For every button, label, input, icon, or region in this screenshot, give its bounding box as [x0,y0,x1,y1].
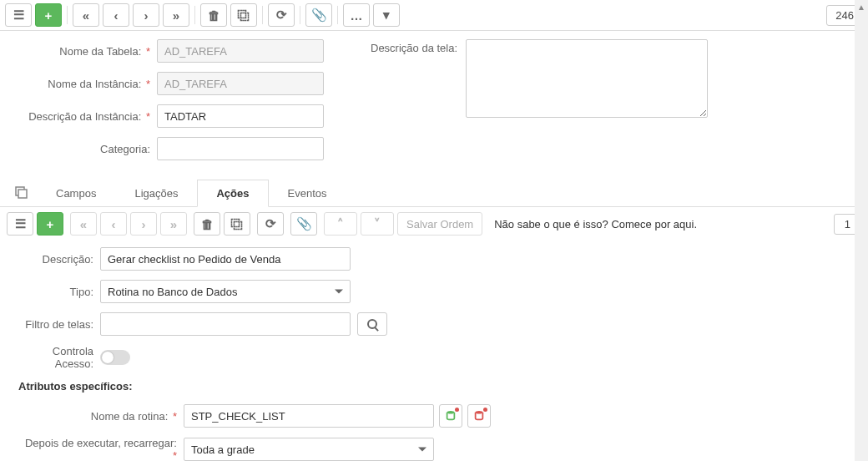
nav-prev-button[interactable]: ‹ [103,3,129,27]
svg-point-3 [476,411,483,414]
nav-last-button[interactable]: » [163,3,189,27]
attach-button[interactable]: 📎 [305,3,332,27]
nome-tabela-input [157,39,324,63]
chevron-up-icon: ˄ [337,216,344,231]
acoes-form: Descrição: Tipo: Rotina no Banco de Dado… [0,241,868,461]
label-nome-tabela: Nome da Tabela: * [17,45,157,58]
move-down-button[interactable]: ˅ [361,212,394,236]
hint-text[interactable]: Não sabe o que é isso? Comece por aqui. [494,218,824,230]
delete-button[interactable]: 🗑 [200,3,227,27]
label-descricao-instancia: Descrição da Instância: * [17,110,157,123]
more-button[interactable]: … [343,3,370,27]
copy-button[interactable]: ⿻ [230,3,257,27]
refresh-button[interactable]: ⟳ [268,3,295,27]
sub-delete-button[interactable]: 🗑 [194,212,220,236]
svg-point-2 [447,411,455,414]
label-nome-instancia: Nome da Instância: * [17,78,157,90]
search-icon [367,319,377,329]
attach-icon: 📎 [296,216,312,231]
tab-eventos[interactable]: Eventos [269,180,346,206]
refresh-icon: ⟳ [276,8,287,23]
sub-attach-button[interactable]: 📎 [290,212,317,236]
sub-toolbar: ☰ + « ‹ › » 🗑 ⿻ ⟳ 📎 ˄ ˅ Salvar Ordem Não… [0,207,868,241]
sub-refresh-button[interactable]: ⟳ [257,212,284,236]
tab-acoes[interactable]: Ações [197,180,268,207]
trash-icon: 🗑 [208,8,220,23]
list-view-button[interactable]: ☰ [5,3,32,27]
tab-campos[interactable]: Campos [37,180,115,206]
filtro-telas-input[interactable] [100,312,351,336]
trash-icon: 🗑 [201,217,214,231]
chevron-down-icon: ▾ [383,8,390,23]
scroll-up-arrow[interactable]: ▲ [855,0,868,13]
tab-ligacoes[interactable]: Ligações [115,180,197,206]
refresh-icon: ⟳ [265,216,276,231]
label-descricao: Descrição: [17,253,100,266]
nome-rotina-input[interactable] [184,404,434,428]
label-controla-acesso: Controla Acesso: [17,345,100,370]
top-form: Nome da Tabela: * Nome da Instância: * D… [0,31,868,173]
label-descricao-tela: Descrição da tela: [371,39,466,170]
dropdown-button[interactable]: ▾ [373,3,400,27]
sub-list-view-button[interactable]: ☰ [7,212,33,236]
descricao-instancia-input[interactable] [157,104,324,128]
sub-nav-first-button[interactable]: « [70,212,97,236]
label-tipo: Tipo: [17,286,100,298]
label-depois-executar: Depois de executar, recarregar: * [17,437,184,461]
svg-rect-1 [18,190,27,198]
chevron-down-icon: ˅ [374,216,381,231]
nav-first-button[interactable]: « [73,3,99,27]
filtro-search-button[interactable] [357,312,387,336]
add-button[interactable]: + [35,3,62,27]
tabs-bar: Campos Ligações Ações Eventos [0,180,868,207]
nome-instancia-input [157,72,324,95]
tipo-select-value: Rotina no Banco de Dados [108,286,237,298]
sub-nav-next-button[interactable]: › [130,212,157,236]
section-atributos-especificos: Atributos específicos: [18,380,851,393]
controla-acesso-toggle[interactable] [100,350,130,365]
chevron-down-icon [418,448,426,452]
attach-icon: 📎 [311,8,327,23]
move-up-button[interactable]: ˄ [324,212,357,236]
db-create-button[interactable] [439,404,462,428]
expand-icon[interactable] [15,186,28,200]
copy-icon: ⿻ [238,8,250,23]
db-delete-button[interactable] [467,404,491,428]
top-toolbar: ☰ + « ‹ › » 🗑 ⿻ ⟳ 📎 … ▾ 246 [0,0,868,31]
label-filtro-telas: Filtro de telas: [17,318,100,331]
sub-copy-button[interactable]: ⿻ [224,212,250,236]
descricao-input[interactable] [100,247,351,271]
categoria-input[interactable] [157,137,324,160]
sub-nav-prev-button[interactable]: ‹ [100,212,127,236]
sub-add-button[interactable]: + [37,212,63,236]
window-scrollbar[interactable]: ▲ [855,0,868,461]
chevron-down-icon [335,290,343,294]
nav-next-button[interactable]: › [133,3,159,27]
database-icon [473,410,485,422]
depois-executar-select[interactable]: Toda a grade [184,438,434,461]
depois-executar-value: Toda a grade [191,443,255,456]
more-icon: … [351,8,363,23]
label-categoria: Categoria: [17,143,157,155]
save-ordem-button[interactable]: Salvar Ordem [397,212,482,236]
copy-icon: ⿻ [231,217,244,231]
database-icon [445,410,457,422]
descricao-tela-textarea[interactable] [466,39,708,118]
tipo-select[interactable]: Rotina no Banco de Dados [100,280,351,303]
sub-nav-last-button[interactable]: » [160,212,187,236]
label-nome-rotina: Nome da rotina: * [17,410,184,423]
